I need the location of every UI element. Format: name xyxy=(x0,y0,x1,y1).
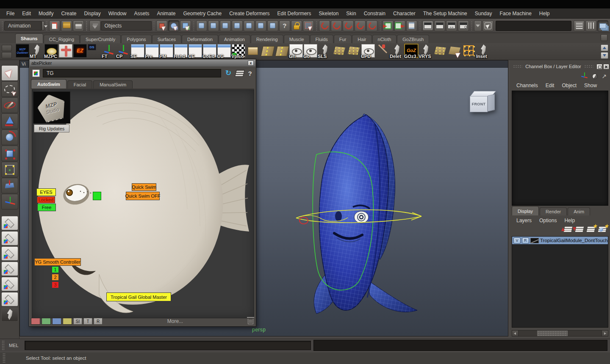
shelf-item[interactable] xyxy=(274,43,289,59)
shelf-item[interactable]: Gri xyxy=(289,43,303,59)
layer-editor-menu-item[interactable]: Options xyxy=(535,216,560,225)
layer-color-swatch[interactable] xyxy=(530,238,539,243)
shelf-item[interactable]: Go xyxy=(303,43,318,59)
smooth-level-3-button[interactable]: 3 xyxy=(52,281,59,288)
eye-select-swatch[interactable] xyxy=(93,192,101,200)
menu-item[interactable]: Create xyxy=(57,8,80,19)
layer-editor-tab[interactable]: Display xyxy=(512,206,539,215)
menu-set-dropdown-arrow[interactable] xyxy=(42,21,44,30)
drag-texture[interactable] xyxy=(584,65,593,68)
layer-editor-menu-item[interactable]: Help xyxy=(560,216,579,225)
view-cube-side-face[interactable] xyxy=(488,94,495,112)
layer-list[interactable]: V R TropicalGailModule_DontTouch xyxy=(512,236,608,328)
tool-settings-toggle[interactable] xyxy=(585,20,596,31)
help-button[interactable]: ? xyxy=(247,70,253,77)
drag-handle[interactable] xyxy=(2,21,3,31)
shelf-tab[interactable]: Muscle xyxy=(284,35,310,43)
shelf-scroll-down-button[interactable] xyxy=(601,52,608,59)
picker-title-bar[interactable]: abxPicker x xyxy=(30,60,255,66)
new-empty-layer-icon[interactable] xyxy=(586,226,596,232)
layer-horizontal-scrollbar[interactable] xyxy=(512,330,608,336)
shelf-item[interactable]: CoEd xyxy=(202,43,217,59)
shelf-scroll-up-button[interactable] xyxy=(601,44,608,51)
menu-item[interactable]: The Setup Machine xyxy=(419,8,471,19)
select-by-name-button[interactable] xyxy=(482,20,494,31)
shelf-tab[interactable]: Deformation xyxy=(182,35,218,43)
shelf-item[interactable] xyxy=(433,43,447,59)
color-swatch-blue[interactable] xyxy=(52,318,61,325)
menu-item[interactable]: Skin xyxy=(342,8,360,19)
highlight-selection-button[interactable] xyxy=(303,20,314,31)
selection-filter-button[interactable] xyxy=(89,20,100,31)
undock-button[interactable] xyxy=(596,64,602,69)
menu-item[interactable]: Face Machine xyxy=(496,8,535,19)
mask-surfaces-button[interactable] xyxy=(232,20,243,31)
shelf-tab[interactable]: Surfaces xyxy=(152,35,181,43)
render-settings-button[interactable] xyxy=(458,20,469,31)
mel-input-field[interactable] xyxy=(25,341,311,350)
shelf-item[interactable]: CC xyxy=(217,43,231,59)
shelf-tab[interactable]: Animation xyxy=(219,35,250,43)
trash-icon[interactable] xyxy=(248,319,253,324)
layout-shortcut-button[interactable] xyxy=(1,231,18,245)
mask-curves-button[interactable] xyxy=(220,20,231,31)
input-connections-button[interactable] xyxy=(383,20,394,31)
shelf-item[interactable] xyxy=(246,43,260,59)
render-view-button[interactable] xyxy=(422,20,433,31)
menu-item[interactable]: Modify xyxy=(35,8,57,19)
shelf-editor-button[interactable] xyxy=(601,34,607,41)
select-object-button[interactable] xyxy=(168,20,179,31)
menu-item[interactable]: Create Deformers xyxy=(225,8,273,19)
select-by-name-input[interactable] xyxy=(496,21,571,31)
color-swatch-green[interactable] xyxy=(42,318,51,325)
layout-shortcut-button[interactable] xyxy=(1,307,18,322)
shelf-item[interactable]: MZPC xyxy=(44,43,58,59)
locked-button[interactable]: Locked xyxy=(37,196,55,203)
save-scene-button[interactable] xyxy=(73,20,84,31)
menu-set-dropdown[interactable]: Animation xyxy=(4,21,42,30)
shelf-item[interactable]: Pre xyxy=(145,43,159,59)
tool-button[interactable] xyxy=(1,194,18,210)
layer-name[interactable]: TropicalGailModule_DontTouch xyxy=(540,238,608,243)
tool-button[interactable] xyxy=(1,97,18,113)
tool-button[interactable] xyxy=(1,130,18,145)
menu-item[interactable]: Geometry Cache xyxy=(180,8,226,19)
channel-box-menu-item[interactable]: Channels xyxy=(513,81,542,90)
snap-to-planes-button[interactable] xyxy=(355,20,366,31)
smooth-level-1-button[interactable]: 1 xyxy=(52,266,59,273)
picker-tab[interactable]: AutoSwim xyxy=(31,79,67,88)
menu-item[interactable]: Edit Deformers xyxy=(274,8,315,19)
global-master-button[interactable]: Tropical Gail Global Master xyxy=(106,292,171,301)
channel-box-menu-item[interactable]: Show xyxy=(580,81,601,90)
manipulator-axis-icon[interactable] xyxy=(581,72,588,80)
shelf-item[interactable] xyxy=(260,43,274,59)
view-cube-front-face[interactable]: FRONT xyxy=(470,96,488,112)
picker-tab[interactable]: Facial xyxy=(67,80,92,88)
layer-editor-menu-item[interactable]: Layers xyxy=(513,216,535,225)
layout-shortcut-button[interactable] xyxy=(1,277,18,291)
tool-button[interactable] xyxy=(1,146,18,161)
menu-item[interactable]: Window xyxy=(105,8,130,19)
picker-canvas[interactable]: MZP Studio Rig Updates EYES Locked Free … xyxy=(32,89,254,318)
layer-editor-tab[interactable]: Anim xyxy=(568,207,590,215)
move-layer-down-icon[interactable] xyxy=(574,226,584,232)
shelf-item[interactable]: MT xyxy=(30,43,44,59)
ipr-render-button[interactable] xyxy=(446,20,457,31)
channel-box-menu-item[interactable]: Object xyxy=(558,81,580,90)
scroll-left-button[interactable] xyxy=(512,331,518,336)
mask-dynamics-button[interactable] xyxy=(255,20,266,31)
menu-item[interactable]: Constrain xyxy=(360,8,389,19)
objects-filter-dropdown[interactable]: Objects xyxy=(101,21,152,30)
shelf-tab[interactable]: Polygons xyxy=(121,35,151,43)
snap-to-grids-button[interactable] xyxy=(319,20,330,31)
speed-toggle-icon[interactable] xyxy=(592,74,598,79)
attribute-editor-toggle[interactable] xyxy=(574,20,585,31)
menu-item[interactable]: Skeleton xyxy=(315,8,343,19)
tool-button[interactable] xyxy=(1,162,18,177)
shelf-tab[interactable]: Rendering xyxy=(251,35,283,43)
shelf-item[interactable] xyxy=(447,43,462,59)
shelf-item[interactable]: FT xyxy=(102,43,116,59)
drag-texture[interactable] xyxy=(513,65,522,68)
free-button[interactable]: Free xyxy=(37,204,56,211)
lock-selection-button[interactable] xyxy=(291,20,302,31)
